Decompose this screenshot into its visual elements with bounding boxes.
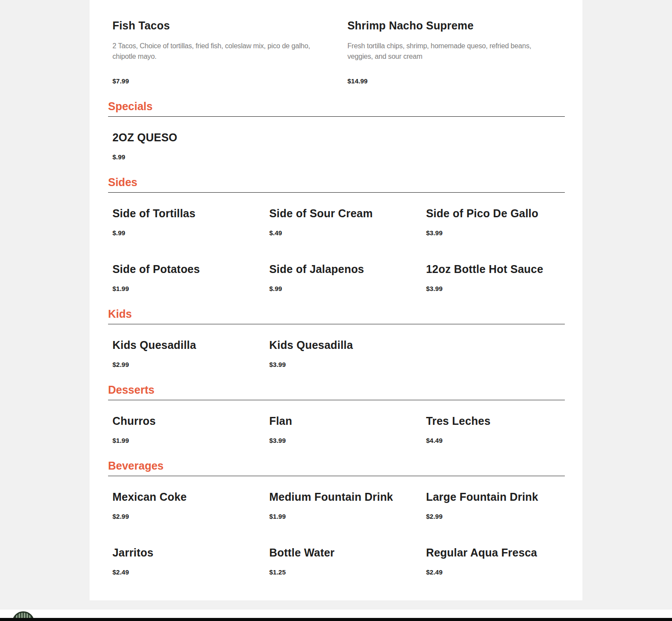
item-price: $2.49 (426, 568, 578, 577)
item-price: $2.49 (112, 568, 265, 577)
item-price: $3.99 (269, 436, 422, 445)
item-name: 2OZ QUESO (112, 130, 265, 144)
section-items-grid: Kids Quesadilla$2.99Kids Quesadilla$3.99 (108, 338, 578, 369)
item-price: $1.99 (112, 436, 265, 445)
item-name: Shrimp Nacho Supreme (347, 18, 578, 32)
item-name: Side of Pico De Gallo (426, 206, 578, 220)
menu-section: DessertsChurros$1.99Flan$3.99Tres Leches… (108, 383, 582, 445)
item-name: Mexican Coke (112, 490, 265, 504)
menu-item[interactable]: Tres Leches$4.49 (422, 414, 578, 445)
item-price: $14.99 (347, 77, 578, 86)
item-price: $.99 (269, 284, 422, 293)
item-name: Medium Fountain Drink (269, 490, 422, 504)
section-items-grid: Churros$1.99Flan$3.99Tres Leches$4.49 (108, 414, 578, 445)
menu-item[interactable]: Mexican Coke$2.99 (108, 490, 265, 521)
menu-item[interactable]: Shrimp Nacho SupremeFresh tortilla chips… (343, 18, 578, 86)
item-price: $3.99 (426, 284, 578, 293)
menu-content: Fish Tacos2 Tacos, Choice of tortillas, … (90, 0, 582, 600)
menu-item[interactable]: Side of Jalapenos$.99 (265, 262, 422, 293)
menu-item[interactable]: Regular Aqua Fresca$2.49 (422, 546, 578, 577)
item-price: $.49 (269, 229, 422, 237)
menu-item[interactable]: Side of Tortillas$.99 (108, 206, 265, 237)
section-items-grid: Mexican Coke$2.99Medium Fountain Drink$1… (108, 490, 578, 577)
item-name: Fish Tacos (112, 18, 343, 32)
item-price: $2.99 (426, 512, 578, 521)
section-divider (108, 476, 565, 476)
item-description: 2 Tacos, Choice of tortillas, fried fish… (112, 41, 323, 62)
item-name: Side of Jalapenos (269, 262, 422, 276)
item-name: Kids Quesadilla (269, 338, 422, 352)
menu-section: SidesSide of Tortillas$.99Side of Sour C… (108, 176, 582, 293)
item-price: $1.99 (269, 512, 422, 521)
section-title: Specials (108, 100, 582, 113)
featured-section: Fish Tacos2 Tacos, Choice of tortillas, … (108, 18, 582, 86)
item-price: $3.99 (269, 360, 422, 369)
item-price: $3.99 (426, 229, 578, 237)
item-price: $7.99 (112, 77, 343, 86)
menu-item[interactable]: Fish Tacos2 Tacos, Choice of tortillas, … (108, 18, 343, 86)
menu-item[interactable]: 2OZ QUESO$.99 (108, 130, 265, 162)
featured-items-grid: Fish Tacos2 Tacos, Choice of tortillas, … (108, 18, 578, 86)
menu-item[interactable]: Large Fountain Drink$2.99 (422, 490, 578, 521)
item-name: Large Fountain Drink (426, 490, 578, 504)
item-price: $.99 (112, 229, 265, 237)
item-name: Side of Potatoes (112, 262, 265, 276)
item-name: Tres Leches (426, 414, 578, 428)
menu-item[interactable]: Flan$3.99 (265, 414, 422, 445)
section-divider (108, 324, 565, 324)
menu-item[interactable]: Kids Quesadilla$2.99 (108, 338, 265, 369)
menu-sections: Specials2OZ QUESO$.99SidesSide of Tortil… (108, 100, 582, 577)
menu-section: BeveragesMexican Coke$2.99Medium Fountai… (108, 459, 582, 577)
menu-item[interactable]: Side of Pico De Gallo$3.99 (422, 206, 578, 237)
section-items-grid: Side of Tortillas$.99Side of Sour Cream$… (108, 206, 578, 293)
menu-item[interactable]: Medium Fountain Drink$1.99 (265, 490, 422, 521)
menu-item[interactable]: Side of Potatoes$1.99 (108, 262, 265, 293)
item-name: Regular Aqua Fresca (426, 546, 578, 560)
item-name: Jarritos (112, 546, 265, 560)
section-divider (108, 116, 565, 117)
item-name: Churros (112, 414, 265, 428)
menu-item[interactable]: Bottle Water$1.25 (265, 546, 422, 577)
item-name: 12oz Bottle Hot Sauce (426, 262, 578, 276)
section-title: Desserts (108, 383, 582, 396)
item-name: Flan (269, 414, 422, 428)
section-title: Kids (108, 307, 582, 320)
menu-section: KidsKids Quesadilla$2.99Kids Quesadilla$… (108, 307, 582, 369)
menu-item[interactable]: Churros$1.99 (108, 414, 265, 445)
item-price: $.99 (112, 153, 265, 162)
section-divider (108, 192, 565, 193)
item-price: $2.99 (112, 512, 265, 521)
section-title: Sides (108, 176, 582, 189)
item-name: Bottle Water (269, 546, 422, 560)
footer-black-bar (0, 618, 672, 621)
menu-section: Specials2OZ QUESO$.99 (108, 100, 582, 162)
section-title: Beverages (108, 459, 582, 472)
section-items-grid: 2OZ QUESO$.99 (108, 130, 578, 162)
item-price: $2.99 (112, 360, 265, 369)
item-name: Side of Sour Cream (269, 206, 422, 220)
item-price: $1.99 (112, 284, 265, 293)
menu-item[interactable]: Jarritos$2.49 (108, 546, 265, 577)
item-name: Kids Quesadilla (112, 338, 265, 352)
menu-item[interactable]: Side of Sour Cream$.49 (265, 206, 422, 237)
item-name: Side of Tortillas (112, 206, 265, 220)
section-divider (108, 400, 565, 400)
menu-page: { "page": { "background_color": "#f1f1f1… (0, 0, 672, 621)
item-price: $4.49 (426, 436, 578, 445)
menu-item[interactable]: Kids Quesadilla$3.99 (265, 338, 422, 369)
item-price: $1.25 (269, 568, 422, 577)
menu-item[interactable]: 12oz Bottle Hot Sauce$3.99 (422, 262, 578, 293)
item-description: Fresh tortilla chips, shrimp, homemade q… (347, 41, 558, 62)
